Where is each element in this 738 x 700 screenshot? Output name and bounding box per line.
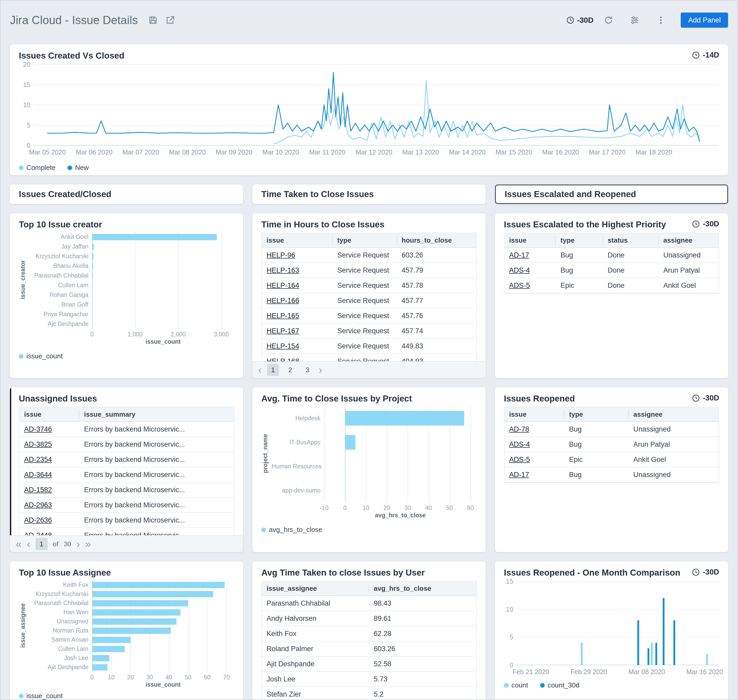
column-header[interactable]: issue xyxy=(19,410,79,419)
column-header[interactable]: type xyxy=(333,236,397,245)
column-header[interactable]: status xyxy=(603,236,659,245)
avg-by-project-chart[interactable]: project_name HelpdeskIT-BusAppsHuman Res… xyxy=(261,406,476,519)
issue-link[interactable]: HELP-167 xyxy=(262,327,332,335)
refresh-icon[interactable] xyxy=(602,14,615,26)
category-label: Helpdesk xyxy=(272,406,324,430)
top-assignee-chart[interactable]: issue_assignee Keith FoxKrzysztof Kuchar… xyxy=(19,580,234,688)
panel-time-range[interactable]: -30D xyxy=(692,568,719,576)
created-vs-closed-chart[interactable]: 05101520 Mar 05 2020Mar 06 2020Mar 07 20… xyxy=(19,64,719,157)
table-cell: 5.2 xyxy=(369,690,476,699)
top-creator-chart[interactable]: issue_creator Ankit GoelJay JaffariKrzys… xyxy=(19,232,234,345)
panel-time-range[interactable]: -30D xyxy=(692,394,719,402)
section-header-created-closed[interactable]: Issues Created/Closed xyxy=(10,185,243,204)
bar-plot-area[interactable] xyxy=(324,406,476,502)
legend-issue-count[interactable]: issue_count xyxy=(19,352,63,360)
panel-time-range[interactable]: -30D xyxy=(692,219,719,228)
page-number[interactable]: 1 xyxy=(35,538,48,550)
legend-issue-count[interactable]: issue_count xyxy=(19,692,63,700)
column-header[interactable]: issue xyxy=(504,410,564,419)
column-header[interactable]: assignee xyxy=(659,236,719,245)
issue-link[interactable]: HELP-164 xyxy=(262,281,332,290)
issue-link[interactable]: AD-78 xyxy=(504,425,564,433)
issue-link[interactable]: AD-17 xyxy=(504,251,556,259)
legend-complete[interactable]: Complete xyxy=(19,164,56,172)
column-header[interactable]: issue_summary xyxy=(79,410,234,419)
y-tick-label: 0 xyxy=(27,142,30,149)
bar-count_30d xyxy=(648,648,650,665)
panel-avg-time-by-project: Avg. Time to Close Issues by Project pro… xyxy=(252,387,485,552)
category-label: Krzysztof Kucharski xyxy=(29,590,92,599)
add-panel-button[interactable]: Add Panel xyxy=(681,13,728,28)
save-icon[interactable] xyxy=(147,14,159,26)
x-tick-label: Mar 05 2020 xyxy=(29,149,66,156)
issue-link[interactable]: HELP-166 xyxy=(262,297,332,305)
export-icon[interactable] xyxy=(164,14,177,26)
legend-new[interactable]: New xyxy=(68,164,88,172)
issue-link[interactable]: ADS-4 xyxy=(504,266,556,275)
column-header[interactable]: avg_hrs_to_close xyxy=(369,584,476,593)
issue-link[interactable]: HELP-163 xyxy=(262,266,332,275)
bar-plot-area[interactable] xyxy=(517,581,719,665)
issue-link[interactable]: ADS-4 xyxy=(504,440,564,449)
column-header[interactable]: hours_to_close xyxy=(397,236,476,245)
issue-link[interactable]: AD-2963 xyxy=(19,501,79,509)
column-header[interactable]: issue_assignee xyxy=(262,584,369,593)
table-cell: Service Request xyxy=(333,312,397,320)
issue-link[interactable]: AD-3746 xyxy=(19,425,79,433)
column-header[interactable]: issue xyxy=(504,236,556,245)
legend-count-30d[interactable]: count_30d xyxy=(540,681,579,689)
column-header[interactable]: type xyxy=(556,236,603,245)
legend-avg-hrs[interactable]: avg_hrs_to_close xyxy=(261,526,322,534)
column-header[interactable]: issue xyxy=(262,236,332,245)
category-label: Samim Ansari xyxy=(29,635,92,644)
issue-link[interactable]: HELP-165 xyxy=(262,312,332,320)
prev-page-icon[interactable]: ‹ xyxy=(27,539,30,549)
x-tick-label: 0 xyxy=(90,674,94,681)
column-header[interactable]: type xyxy=(564,410,629,419)
issue-link[interactable]: AD-2354 xyxy=(19,456,79,464)
last-page-icon[interactable]: » xyxy=(85,539,91,549)
next-page-icon[interactable]: › xyxy=(77,539,80,549)
issue-link[interactable]: AD-3825 xyxy=(19,440,79,449)
bar-plot-area[interactable] xyxy=(92,580,234,672)
issue-link[interactable]: ADS-5 xyxy=(504,456,564,464)
table-cell: Errors by backend Microservic... xyxy=(79,501,234,509)
escalated-table[interactable]: issuetypestatusassigneeAD-17BugDoneUnass… xyxy=(504,232,719,294)
page-number[interactable]: 3 xyxy=(302,364,314,376)
time-to-close-table[interactable]: issuetypehours_to_closeHELP-96Service Re… xyxy=(261,232,476,370)
issue-link[interactable]: HELP-96 xyxy=(262,251,332,259)
next-page-icon[interactable]: › xyxy=(319,365,322,375)
x-tick-label: 10 xyxy=(108,674,115,681)
page-number[interactable]: 1 xyxy=(267,364,279,376)
filter-settings-icon[interactable] xyxy=(628,14,641,26)
issue-link[interactable]: AD-1582 xyxy=(19,486,79,494)
issue-link[interactable]: ADS-5 xyxy=(504,281,556,290)
category-label: Bhanu Akella xyxy=(29,261,92,271)
issue-link[interactable]: AD-3644 xyxy=(19,471,79,479)
page-title: Jira Cloud - Issue Details xyxy=(10,13,138,26)
page-number[interactable]: 2 xyxy=(284,364,296,376)
prev-page-icon[interactable]: ‹ xyxy=(258,365,262,375)
avg-by-user-table[interactable]: issue_assigneeavg_hrs_to_closeParasnath … xyxy=(261,581,476,700)
line-plot-area[interactable] xyxy=(34,64,719,145)
more-menu-icon[interactable] xyxy=(655,14,667,26)
legend-count[interactable]: count xyxy=(504,681,528,689)
x-axis-ticks: 010203040506070 xyxy=(92,672,234,681)
issue-link[interactable]: AD-17 xyxy=(504,471,564,479)
issue-link[interactable]: HELP-154 xyxy=(262,342,332,350)
unassigned-issues-table[interactable]: issueissue_summaryAD-3746Errors by backe… xyxy=(19,407,234,544)
reopened-table[interactable]: issuetypeassigneeAD-78BugUnassignedADS-4… xyxy=(504,407,719,483)
reopened-comparison-chart[interactable]: 051015 Feb 21 2020Feb 29 2020Mar 08 2020… xyxy=(504,581,719,676)
bar-plot-area[interactable] xyxy=(92,232,234,329)
y-axis-title: project_name xyxy=(262,434,269,473)
global-time-range[interactable]: -30D xyxy=(566,16,594,25)
column-header[interactable]: assignee xyxy=(629,410,719,419)
issue-link[interactable]: AD-2636 xyxy=(19,516,79,524)
section-header-escalated-reopened[interactable]: Issues Escalated and Reopened xyxy=(495,185,728,204)
section-header-time-taken[interactable]: Time Taken to Close Issues xyxy=(252,185,485,204)
panel-time-range[interactable]: -14D xyxy=(692,51,719,59)
first-page-icon[interactable]: « xyxy=(16,539,21,549)
x-tick-label: Mar 12 2020 xyxy=(356,149,392,156)
gridline xyxy=(178,232,178,329)
table-row: AD-1582Errors by backend Microservic... xyxy=(19,482,234,498)
